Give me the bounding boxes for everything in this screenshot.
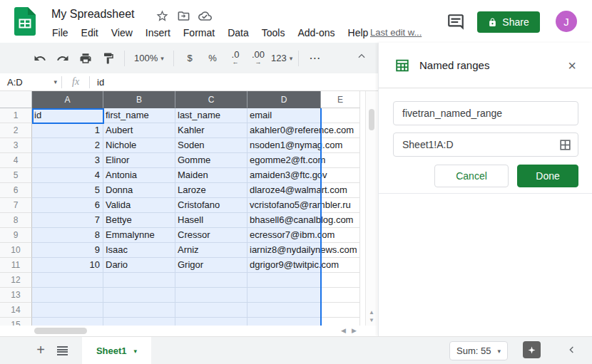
cell-A2[interactable]: 1: [32, 123, 103, 138]
decrease-decimal-button[interactable]: .0←: [225, 48, 245, 68]
redo-button[interactable]: [53, 48, 73, 68]
row-header-10[interactable]: 10: [0, 243, 32, 258]
cell-D5[interactable]: amaiden3@ftc.gov: [247, 168, 321, 183]
cell-B13[interactable]: [103, 288, 175, 303]
cell-B14[interactable]: [103, 303, 175, 318]
sheet-tab[interactable]: Sheet1 ▾: [82, 337, 151, 364]
share-button[interactable]: Share: [477, 11, 540, 33]
column-header-e[interactable]: E: [321, 91, 360, 108]
menu-edit[interactable]: Edit: [75, 26, 105, 40]
collapse-panel-button[interactable]: [566, 344, 579, 357]
cell-A8[interactable]: 7: [32, 213, 103, 228]
cell-C14[interactable]: [175, 303, 247, 318]
cell-D12[interactable]: [247, 273, 321, 288]
menu-view[interactable]: View: [105, 26, 139, 40]
cell-A11[interactable]: 10: [32, 258, 103, 273]
row-header-11[interactable]: 11: [0, 258, 32, 273]
horizontal-scrollbar[interactable]: ◀▶: [0, 326, 378, 336]
menu-format[interactable]: Format: [177, 26, 221, 40]
cell-A1[interactable]: id: [32, 108, 103, 123]
select-data-range-button[interactable]: [558, 138, 573, 152]
cell-D13[interactable]: [247, 288, 321, 303]
cell-E6[interactable]: [321, 183, 360, 198]
row-header-5[interactable]: 5: [0, 168, 32, 183]
format-percent-button[interactable]: %: [203, 48, 223, 68]
cell-A5[interactable]: 4: [32, 168, 103, 183]
cell-A12[interactable]: [32, 273, 103, 288]
row-header-15[interactable]: 15: [0, 318, 32, 326]
cell-B3[interactable]: Nichole: [103, 138, 175, 153]
star-icon[interactable]: [155, 9, 169, 23]
all-sheets-menu-button[interactable]: [57, 346, 68, 355]
cell-B4[interactable]: Elinor: [103, 153, 175, 168]
cell-D15[interactable]: [247, 318, 321, 326]
cell-B9[interactable]: Emmalynne: [103, 228, 175, 243]
cell-C13[interactable]: [175, 288, 247, 303]
cell-A3[interactable]: 2: [32, 138, 103, 153]
cell-E5[interactable]: [321, 168, 360, 183]
cell-D9[interactable]: ecressor7@ibm.com: [247, 228, 321, 243]
menu-add-ons[interactable]: Add-ons: [291, 26, 341, 40]
cell-A7[interactable]: 6: [32, 198, 103, 213]
menu-file[interactable]: File: [46, 26, 75, 40]
cell-C7[interactable]: Cristofano: [175, 198, 247, 213]
sum-summary-button[interactable]: Sum: 55 ▾: [449, 341, 508, 360]
number-format-button[interactable]: 123▾: [271, 48, 292, 68]
cell-B1[interactable]: first_name: [103, 108, 175, 123]
cell-E2[interactable]: [321, 123, 360, 138]
cell-E7[interactable]: [321, 198, 360, 213]
cell-D3[interactable]: nsoden1@nymag.com: [247, 138, 321, 153]
more-toolbar-button[interactable]: ⋯: [305, 48, 325, 68]
cell-D4[interactable]: egomme2@ft.com: [247, 153, 321, 168]
cell-C4[interactable]: Gomme: [175, 153, 247, 168]
cell-E15[interactable]: [321, 318, 360, 326]
comment-history-button[interactable]: [446, 13, 466, 32]
cell-D7[interactable]: vcristofano5@rambler.ru: [247, 198, 321, 213]
avatar[interactable]: J: [556, 11, 577, 32]
done-button[interactable]: Done: [517, 165, 578, 187]
column-header-d[interactable]: D: [247, 91, 321, 108]
cell-E11[interactable]: [321, 258, 360, 273]
undo-button[interactable]: [30, 48, 50, 68]
cell-B7[interactable]: Valida: [103, 198, 175, 213]
cell-C9[interactable]: Cressor: [175, 228, 247, 243]
cell-D11[interactable]: dgrigor9@twitpic.com: [247, 258, 321, 273]
document-title[interactable]: My Spreadsheet: [51, 8, 135, 21]
cell-B2[interactable]: Aubert: [103, 123, 175, 138]
cell-B5[interactable]: Antonia: [103, 168, 175, 183]
range-reference-input[interactable]: [393, 132, 578, 157]
cell-C12[interactable]: [175, 273, 247, 288]
range-name-input[interactable]: [393, 101, 578, 125]
row-header-14[interactable]: 14: [0, 303, 32, 318]
cell-C8[interactable]: Hasell: [175, 213, 247, 228]
cell-C3[interactable]: Soden: [175, 138, 247, 153]
cell-E9[interactable]: [321, 228, 360, 243]
cell-D6[interactable]: dlaroze4@walmart.com: [247, 183, 321, 198]
print-button[interactable]: [76, 48, 96, 68]
cell-A15[interactable]: [32, 318, 103, 326]
cell-E13[interactable]: [321, 288, 360, 303]
select-all-corner[interactable]: [0, 91, 32, 108]
cell-A4[interactable]: 3: [32, 153, 103, 168]
format-currency-button[interactable]: $: [180, 48, 200, 68]
cell-D14[interactable]: [247, 303, 321, 318]
formula-input[interactable]: id: [90, 77, 378, 88]
move-to-folder-icon[interactable]: [177, 9, 190, 23]
cell-C6[interactable]: Laroze: [175, 183, 247, 198]
paint-format-button[interactable]: [98, 48, 118, 68]
cloud-saved-icon[interactable]: [198, 9, 212, 23]
explore-button[interactable]: [523, 341, 541, 358]
menu-tools[interactable]: Tools: [255, 26, 292, 40]
cell-C15[interactable]: [175, 318, 247, 326]
cell-C10[interactable]: Arniz: [175, 243, 247, 258]
cell-C11[interactable]: Grigor: [175, 258, 247, 273]
row-header-1[interactable]: 1: [0, 108, 32, 123]
cell-D8[interactable]: bhasell6@canalblog.com: [247, 213, 321, 228]
row-header-2[interactable]: 2: [0, 123, 32, 138]
row-header-7[interactable]: 7: [0, 198, 32, 213]
row-header-4[interactable]: 4: [0, 153, 32, 168]
row-header-8[interactable]: 8: [0, 213, 32, 228]
vertical-scrollbar[interactable]: ▲▼: [365, 91, 377, 326]
column-header-b[interactable]: B: [103, 91, 175, 108]
cell-C1[interactable]: last_name: [175, 108, 247, 123]
